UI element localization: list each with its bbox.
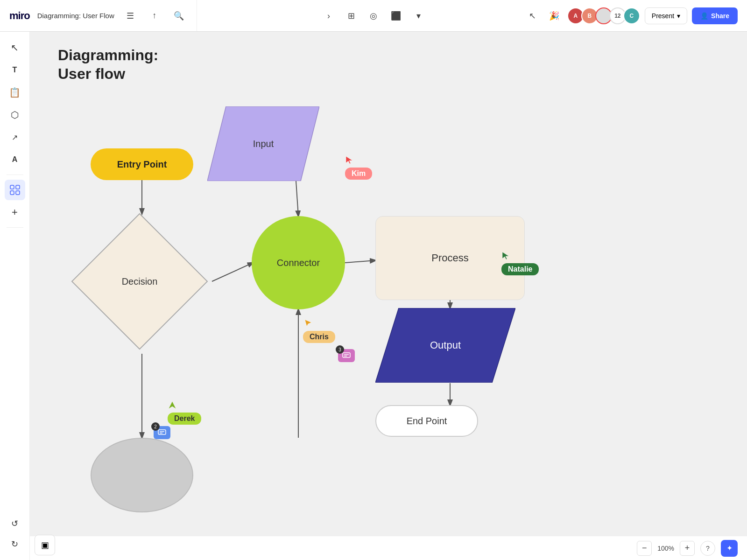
- canvas-title: Diagramming: User flow: [58, 46, 158, 83]
- svg-line-7: [345, 260, 375, 263]
- fit-screen-btn[interactable]: ⊞: [342, 7, 360, 25]
- miro-logo: miro: [9, 10, 30, 22]
- magic-btn[interactable]: ✦: [721, 540, 738, 557]
- line-tool[interactable]: ↗: [5, 127, 25, 147]
- sidebar-bottom: ↺ ↻: [5, 513, 25, 554]
- upload-button[interactable]: ↑: [146, 7, 163, 24]
- comment-badge-2[interactable]: 2: [154, 426, 170, 439]
- chat-icon-2: [158, 429, 166, 436]
- natalie-cursor-arrow: [501, 251, 511, 260]
- zoom-out-btn[interactable]: −: [637, 541, 652, 556]
- diagram-tool[interactable]: [5, 180, 25, 200]
- derek-label: Derek: [168, 413, 201, 425]
- svg-line-5: [212, 263, 253, 281]
- natalie-label: Natalie: [501, 263, 539, 275]
- board-title-tab: Diagramming: User Flow: [37, 12, 114, 20]
- chris-cursor: Chris: [303, 319, 312, 330]
- avatar-5: C: [623, 7, 640, 24]
- add-tool[interactable]: +: [5, 202, 25, 223]
- zoom-level-display: 100%: [657, 545, 674, 552]
- reactions-btn[interactable]: 🎉: [546, 7, 563, 24]
- pen-tool[interactable]: A: [5, 149, 25, 170]
- bottom-bar: ▣ − 100% + ? ✦: [30, 536, 747, 560]
- svg-rect-2: [10, 191, 14, 195]
- end-point-shape[interactable]: End Point: [375, 405, 478, 437]
- natalie-cursor: Natalie: [501, 251, 511, 262]
- canvas[interactable]: Diagramming: User flow Entry Point: [30, 32, 747, 560]
- sidebar-divider: [7, 175, 23, 175]
- sidebar-divider-2: [7, 227, 23, 228]
- cursor-mode-btn[interactable]: ↖: [524, 7, 541, 24]
- shapes-tool[interactable]: ⬡: [5, 105, 25, 125]
- chris-label: Chris: [303, 331, 335, 343]
- expand-btn[interactable]: ›: [319, 7, 338, 25]
- svg-marker-21: [169, 401, 176, 409]
- sticky-tool[interactable]: 📋: [5, 82, 25, 103]
- center-toolbar: › ⊞ ◎ ⬛ ▾: [319, 7, 428, 25]
- chris-cursor-arrow: [303, 319, 312, 328]
- connector-shape[interactable]: Connector: [252, 216, 345, 309]
- svg-rect-1: [16, 185, 20, 189]
- frame-btn[interactable]: ⬛: [387, 7, 405, 25]
- derek-cursor: Derek: [168, 400, 177, 412]
- kim-cursor: Kim: [345, 155, 354, 167]
- decision-shape[interactable]: Decision: [67, 209, 212, 354]
- chat-icon: [342, 352, 351, 359]
- svg-marker-17: [305, 320, 311, 326]
- avatar-group: A B 12 C: [567, 7, 640, 24]
- output-shape[interactable]: Output: [375, 308, 515, 383]
- svg-rect-0: [10, 185, 14, 189]
- zoom-in-btn[interactable]: +: [680, 541, 695, 556]
- entry-point-shape[interactable]: Entry Point: [91, 148, 193, 180]
- svg-rect-18: [343, 353, 350, 357]
- timer-btn[interactable]: ◎: [364, 7, 383, 25]
- svg-marker-15: [346, 156, 352, 164]
- svg-rect-3: [16, 191, 20, 195]
- kim-cursor-arrow: [345, 155, 354, 165]
- svg-marker-16: [502, 252, 509, 259]
- kim-label: Kim: [345, 168, 372, 180]
- diagram-icon: [9, 184, 21, 196]
- logo-area: miro Diagramming: User Flow ☰ ↑ 🔍: [0, 0, 197, 31]
- menu-button[interactable]: ☰: [122, 7, 139, 24]
- svg-line-6: [296, 181, 298, 216]
- share-button[interactable]: 👤 Share: [692, 7, 738, 24]
- redo-btn[interactable]: ↻: [5, 534, 25, 554]
- bottom-circle[interactable]: [91, 438, 193, 512]
- help-btn[interactable]: ?: [700, 541, 715, 556]
- derek-cursor-arrow: [168, 400, 177, 410]
- svg-rect-22: [158, 430, 166, 434]
- input-shape[interactable]: Input: [207, 106, 319, 181]
- left-sidebar: ↖ T 📋 ⬡ ↗ A + ↺ ↻: [0, 32, 30, 560]
- select-tool[interactable]: ↖: [5, 37, 25, 58]
- search-button[interactable]: 🔍: [170, 7, 187, 24]
- undo-btn[interactable]: ↺: [5, 513, 25, 534]
- more-btn[interactable]: ▾: [409, 7, 428, 25]
- panel-toggle-btn[interactable]: ▣: [35, 535, 55, 555]
- right-toolbar: ↖ 🎉 A B 12 C Present ▾ 👤 Share: [524, 7, 747, 24]
- comment-badge-3[interactable]: 3: [338, 349, 355, 362]
- comment-count-3: 3: [336, 345, 344, 354]
- present-button[interactable]: Present ▾: [645, 7, 687, 24]
- topbar: miro Diagramming: User Flow ☰ ↑ 🔍 › ⊞ ◎ …: [0, 0, 747, 32]
- comment-count-2: 2: [151, 422, 160, 431]
- text-tool[interactable]: T: [5, 60, 25, 80]
